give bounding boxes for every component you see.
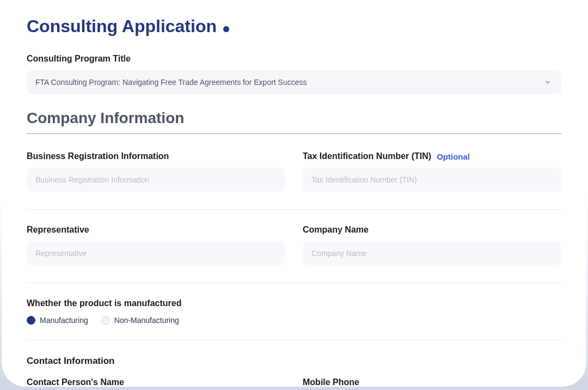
tin-label: Tax Identification Number (TIN) Optional [303, 151, 561, 161]
radio-circle-selected-icon [27, 316, 35, 325]
manufactured-label: Whether the product is manufactured [27, 298, 561, 308]
contact-person-label: Contact Person's Name [27, 377, 285, 387]
representative-label: Representative [27, 225, 285, 235]
section-divider [27, 133, 561, 134]
business-reg-input[interactable] [27, 168, 285, 192]
row-divider [27, 209, 561, 210]
radio-manufacturing[interactable]: Manufacturing [27, 316, 88, 325]
contact-info-heading: Contact Information [27, 356, 561, 367]
tin-optional-tag: Optional [437, 152, 470, 161]
page-title: Consulting Application [27, 16, 561, 36]
program-title-label: Consulting Program Title [27, 54, 561, 64]
company-info-heading: Company Information [27, 109, 561, 127]
business-reg-label: Business Registration Information [27, 151, 285, 161]
row-divider [27, 283, 561, 283]
company-name-label: Company Name [303, 225, 561, 235]
representative-input[interactable] [27, 241, 285, 265]
tin-label-text: Tax Identification Number (TIN) [303, 151, 431, 161]
page-title-text: Consulting Application [27, 16, 217, 36]
mobile-phone-label: Mobile Phone [303, 377, 561, 387]
company-name-input[interactable] [303, 241, 561, 265]
radio-circle-icon [101, 316, 110, 325]
title-dot-icon [223, 26, 229, 32]
program-title-select[interactable]: FTA Consulting Program: Navigating Free … [27, 70, 561, 94]
radio-manufacturing-label: Manufacturing [40, 316, 88, 325]
radio-non-manufacturing-label: Non-Manufacturing [114, 316, 179, 325]
manufactured-radio-group: Manufacturing Non-Manufacturing [27, 316, 561, 325]
tin-input[interactable] [303, 168, 561, 192]
row-divider [27, 340, 561, 340]
radio-non-manufacturing[interactable]: Non-Manufacturing [101, 316, 179, 325]
